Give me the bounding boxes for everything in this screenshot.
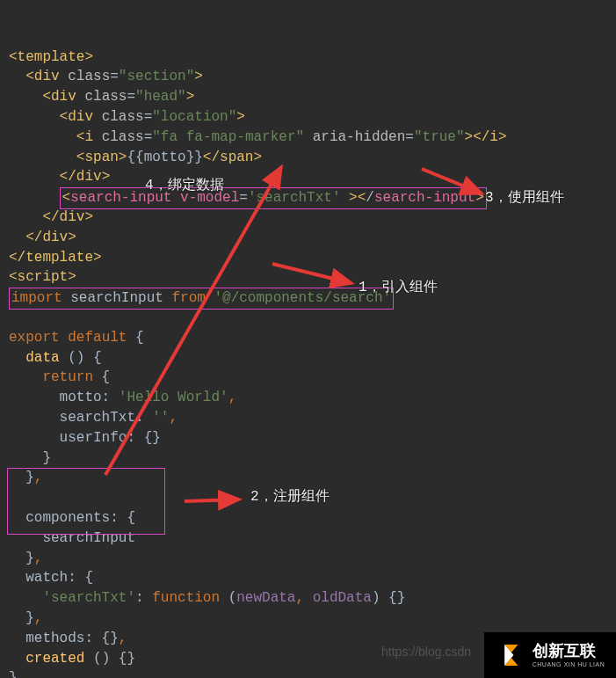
annotation-bind: 4，绑定数据 xyxy=(145,176,224,194)
code-line[interactable]: searchInput xyxy=(9,529,616,549)
code-line[interactable]: data () { xyxy=(9,348,616,368)
logo-badge: 创新互联 CHUANG XIN HU LIAN xyxy=(484,632,616,678)
annotation-use: 3，使用组件 xyxy=(485,188,564,207)
code-line[interactable]: <i class="fa fa-map-marker" aria-hidden=… xyxy=(9,128,616,148)
code-line[interactable] xyxy=(9,308,616,328)
code-lines-container: <template> <div class="section"> <div cl… xyxy=(9,47,616,678)
watermark-url: https://blog.csdn xyxy=(381,645,471,659)
code-line[interactable]: } xyxy=(9,448,616,469)
code-line[interactable]: export default { xyxy=(9,328,616,348)
code-editor[interactable]: <template> <div class="section"> <div cl… xyxy=(0,0,616,678)
code-line[interactable]: <script> xyxy=(9,267,616,288)
code-line[interactable]: userInfo: {} xyxy=(9,428,616,448)
code-line[interactable]: </div> xyxy=(9,167,616,187)
code-line[interactable]: <template> xyxy=(9,47,616,68)
logo-text-en: CHUANG XIN HU LIAN xyxy=(533,661,605,667)
logo-icon xyxy=(496,640,525,670)
code-line[interactable]: <div class="section"> xyxy=(9,67,616,87)
code-line[interactable]: import searchInput from '@/components/se… xyxy=(9,288,616,308)
code-line[interactable]: <div class="head"> xyxy=(9,87,616,107)
code-line[interactable]: motto: 'Hello World', xyxy=(9,388,616,408)
code-line[interactable]: }, xyxy=(9,609,616,629)
annotation-register: 2，注册组件 xyxy=(250,487,330,506)
code-line[interactable]: </div> xyxy=(9,208,616,228)
code-line[interactable]: 'searchTxt': function (newData, oldData)… xyxy=(9,588,616,609)
code-line[interactable]: searchTxt: '', xyxy=(9,408,616,428)
code-line[interactable]: }, xyxy=(9,468,616,488)
code-line[interactable]: <span>{{motto}}</span> xyxy=(9,148,616,168)
code-line[interactable]: </div> xyxy=(9,228,616,248)
annotation-import: 1，引入组件 xyxy=(359,278,438,296)
code-line[interactable]: return { xyxy=(9,368,616,388)
code-line[interactable]: }, xyxy=(9,549,616,569)
code-line[interactable]: components: { xyxy=(9,508,616,529)
code-line[interactable]: watch: { xyxy=(9,568,616,588)
code-line[interactable]: </template> xyxy=(9,248,616,268)
code-line[interactable]: <div class="location"> xyxy=(9,107,616,128)
logo-text-cn: 创新互联 xyxy=(533,643,605,659)
